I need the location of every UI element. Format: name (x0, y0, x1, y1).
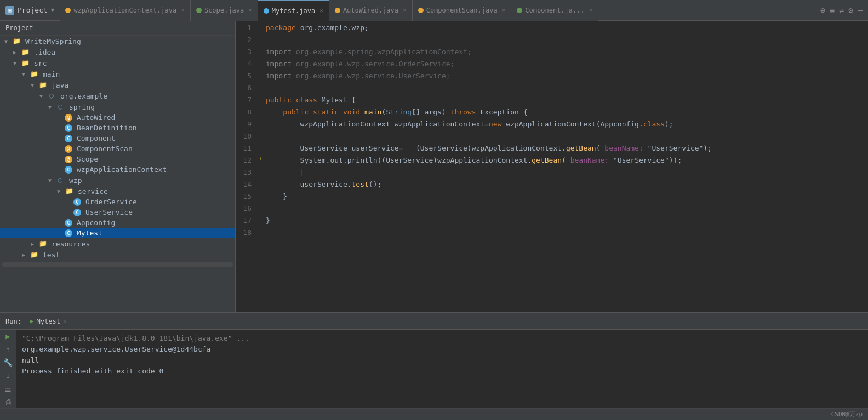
code-line[interactable] (266, 82, 868, 94)
dropdown-arrow[interactable]: ▼ (51, 7, 55, 14)
tab-dot (264, 8, 269, 14)
code-line[interactable] (266, 203, 868, 215)
code-line[interactable]: 💡 System.out.println((UserService)wzpApp… (266, 154, 868, 166)
line-number: 18 (236, 227, 256, 239)
code-line[interactable] (266, 227, 868, 239)
scroll-down-icon[interactable]: ↓ (3, 371, 14, 380)
editor-tab[interactable]: Mytest.java ✕ (258, 0, 329, 21)
code-line[interactable] (266, 130, 868, 142)
tree-item[interactable]: CComponent (0, 133, 235, 143)
class-icon: C (65, 219, 72, 227)
code-line[interactable]: import org.example.wzp.service.OrderServ… (266, 58, 868, 70)
align-icon[interactable]: ⚌ (3, 384, 14, 393)
scroll-up-icon[interactable]: ↑ (3, 345, 14, 354)
tree-item[interactable]: ▼📁java (0, 79, 235, 90)
token: out (330, 154, 342, 166)
scrollbar-thumb[interactable] (2, 262, 233, 267)
tab-dot (517, 8, 522, 13)
bottom-content: ▶ ↑ 🔧 ↓ ⚌ ⎙ 📷 "C:\Program Files\Java\jdk… (0, 330, 868, 408)
list-icon[interactable]: ≡ (830, 5, 835, 15)
class-icon: C (65, 124, 72, 132)
tree-item[interactable]: @AutoWired (0, 112, 235, 123)
code-line[interactable]: } (266, 215, 868, 227)
token: ; (450, 58, 455, 70)
token: .println((UserService)wzpApplicationCont… (343, 154, 532, 166)
token: wzpApplicationContext wzpApplicationCont… (266, 118, 489, 130)
tab-dot (418, 8, 424, 13)
token: String (386, 106, 412, 118)
settings-icon[interactable]: ⚙ (848, 5, 853, 15)
run-tab-close[interactable]: ✕ (63, 318, 66, 324)
tree-item[interactable]: ▼⬡wzp (0, 175, 235, 186)
code-line[interactable]: | (266, 166, 868, 179)
code-line[interactable]: ▶public class Mytest { (266, 94, 868, 106)
tree-item[interactable]: ▶📁.idea (0, 47, 235, 57)
code-area[interactable]: package org.example.wzp;import org.examp… (260, 21, 868, 312)
editor-tab[interactable]: wzpApplicationContext.java ✕ (60, 0, 190, 21)
code-line[interactable]: UserService userService= (UserService)wz… (266, 142, 868, 154)
tree-item[interactable]: ▼📁main (0, 68, 235, 79)
tree-label: main (43, 70, 60, 78)
print-icon[interactable]: ⎙ (3, 398, 14, 406)
wrench-icon[interactable]: 🔧 (3, 358, 14, 367)
code-line[interactable]: ▽ } (266, 191, 868, 203)
code-line[interactable]: import org.example.wzp.service.UserServi… (266, 70, 868, 82)
minimize-icon[interactable]: — (858, 5, 863, 15)
project-label[interactable]: Project (18, 6, 48, 14)
tree-item[interactable]: ▶📁test (0, 249, 235, 260)
line-number: 16 (236, 203, 256, 215)
tab-close-icon[interactable]: ✕ (589, 7, 593, 14)
token: main (364, 106, 381, 118)
run-tab[interactable]: ▶ Mytest ✕ (25, 313, 72, 330)
lightbulb-icon[interactable]: 💡 (260, 154, 262, 166)
tab-dot (65, 8, 71, 13)
code-line[interactable]: userService.test(); (266, 179, 868, 191)
editor-area: 123456789101112131415161718 package org.… (236, 21, 868, 312)
tree-item[interactable]: COrderService (0, 197, 235, 207)
line-number: 5 (236, 70, 256, 82)
tree-item[interactable]: CMytest (0, 228, 235, 238)
tree-label: test (43, 251, 60, 259)
editor-tab[interactable]: Component.ja... ✕ (511, 0, 598, 21)
tree-item[interactable]: CAppconfig (0, 217, 235, 228)
editor-tab[interactable]: AutoWired.java ✕ (329, 0, 413, 21)
tree-arrow: ▼ (28, 82, 36, 88)
code-line[interactable]: ▶ public static void main(String[] args)… (266, 106, 868, 118)
tree-item[interactable]: ▼⬡org.example (0, 90, 235, 101)
token: (); (369, 179, 381, 191)
code-line[interactable]: package org.example.wzp; (266, 22, 868, 34)
tree-item[interactable]: ▼📁WriteMySpring (0, 36, 235, 47)
tab-close-icon[interactable]: ✕ (181, 7, 185, 14)
swap-icon[interactable]: ⇌ (839, 5, 844, 15)
tab-close-icon[interactable]: ✕ (403, 7, 407, 14)
tab-close-icon[interactable]: ✕ (502, 7, 506, 14)
token: package (266, 22, 300, 34)
code-line[interactable]: import org.example.spring.wzpApplication… (266, 46, 868, 58)
tree-label: OrderService (85, 198, 137, 206)
watermark: CSDN@万zp (831, 410, 863, 418)
tree-item[interactable]: CBeanDefinition (0, 123, 235, 133)
annotation-icon: @ (65, 114, 72, 122)
tree-item[interactable]: @ComponentScan (0, 143, 235, 154)
tab-close-icon[interactable]: ✕ (319, 7, 323, 14)
tab-close-icon[interactable]: ✕ (248, 7, 252, 14)
code-line[interactable]: wzpApplicationContext wzpApplicationCont… (266, 118, 868, 130)
tree-item[interactable]: ▼📁src (0, 57, 235, 68)
tab-label: AutoWired.java (343, 7, 398, 14)
editor-tab[interactable]: Scope.java ✕ (191, 0, 258, 21)
tree-item[interactable]: ▼📁service (0, 186, 235, 197)
tree-item[interactable]: @Scope (0, 154, 235, 164)
tree-item[interactable]: CUserService (0, 207, 235, 217)
console-line: "C:\Program Files\Java\jdk1.8.0_181\bin\… (22, 333, 863, 344)
code-line[interactable] (266, 34, 868, 46)
tree-arrow: ▼ (46, 177, 54, 183)
play-icon[interactable]: ▶ (3, 332, 14, 341)
tree-item[interactable]: ▶📁resources (0, 238, 235, 249)
line-number: 15 (236, 191, 256, 203)
tree-item[interactable]: ▼⬡spring (0, 101, 235, 112)
tree-item[interactable]: CwzpApplicationContext (0, 164, 235, 175)
tree-label: BeanDefinition (77, 124, 137, 132)
line-number: 4 (236, 58, 256, 70)
editor-tab[interactable]: ComponentScan.java ✕ (413, 0, 512, 21)
nav-icon[interactable]: ⊕ (820, 5, 825, 15)
